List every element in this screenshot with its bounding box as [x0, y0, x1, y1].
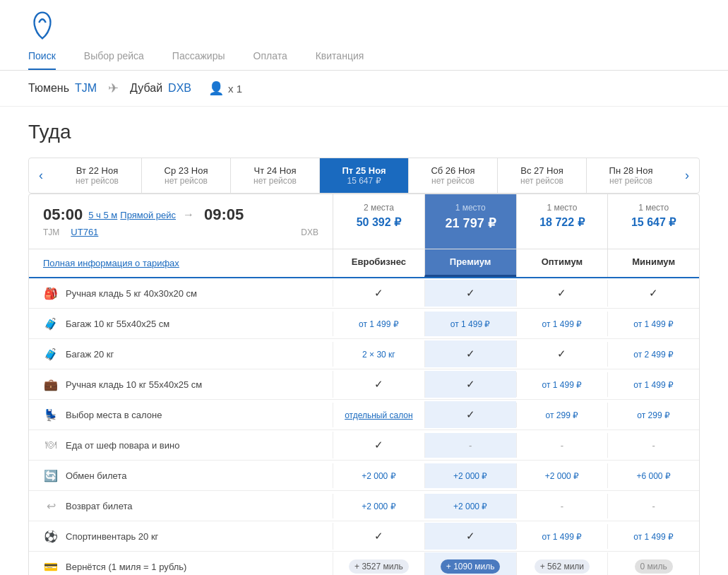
date-item-5[interactable]: Вс 27 Ноя нет рейсов [497, 158, 586, 193]
tariff-cell-r5-c1: - [424, 433, 516, 458]
logo [28, 11, 700, 42]
check-icon-r0-c2: ✓ [557, 287, 566, 299]
date-item-2[interactable]: Чт 24 Ноя нет рейсов [230, 158, 319, 193]
flight-info: 05:00 5 ч 5 м Прямой рейс → 09:05 TJM UT… [29, 194, 333, 249]
fare-col-1[interactable]: 1 место 21 797 ₽ [424, 194, 516, 249]
tab-flight-select[interactable]: Выбор рейса [84, 50, 144, 70]
seat-link-0[interactable]: отдельный салон [345, 410, 412, 420]
tab-search[interactable]: Поиск [28, 50, 56, 70]
price-r3-c3: от 1 499 ₽ [633, 380, 674, 390]
tariff-cell-r0-c0: ✓ [333, 280, 424, 307]
tariff-row-4: 💺Выбор места в салонеотдельный салон✓от … [29, 400, 699, 430]
miles-badge-0: + 3527 миль [349, 559, 409, 574]
tariff-row-text-7: Возврат билета [66, 501, 133, 511]
tab-payment[interactable]: Оплата [253, 50, 287, 70]
tariff-cell-r3-c0: ✓ [333, 371, 424, 398]
tab-receipt[interactable]: Квитанция [316, 50, 364, 70]
refund-icon: ↩ [43, 498, 59, 514]
date-item-3[interactable]: Пт 25 Ноя 15 647 ₽ [319, 158, 408, 193]
tariff-row-text-6: Обмен билета [66, 470, 126, 481]
flight-table: 05:00 5 ч 5 м Прямой рейс → 09:05 TJM UT… [28, 194, 700, 575]
fare-col-2[interactable]: 1 место 18 722 ₽ [516, 194, 608, 249]
price-r7-c0: +2 000 ₽ [362, 502, 395, 511]
tariff-cell-r8-c2: от 1 499 ₽ [516, 524, 608, 549]
tariff-row-label-2: 🧳Багаж 20 кг [29, 339, 333, 369]
tariff-row-label-4: 💺Выбор места в салоне [29, 400, 333, 429]
tariff-header-3[interactable]: Минимум [607, 249, 699, 277]
tariff-cell-r5-c3: - [607, 433, 699, 458]
tariff-cell-r6-c2: +2 000 ₽ [516, 463, 608, 488]
tariff-cell-r6-c3: +6 000 ₽ [607, 463, 699, 488]
tariff-cell-r5-c0: ✓ [333, 432, 424, 458]
dash-r7-c2: - [561, 501, 563, 511]
date-prev-button[interactable]: ‹ [29, 160, 53, 191]
price-r4-c3: от 299 ₽ [637, 410, 670, 420]
depart-code: TJM [43, 227, 59, 237]
dash-r5-c2: - [561, 440, 563, 451]
tariff-row-label-3: 💼Ручная кладь 10 кг 55x40x25 см [29, 369, 333, 399]
date-item-4[interactable]: Сб 26 Ноя нет рейсов [408, 158, 497, 193]
tariff-header-1[interactable]: Премиум [424, 249, 516, 277]
passenger-icon: 👤 [208, 81, 224, 96]
tariff-row-text-0: Ручная кладь 5 кг 40x30x20 см [66, 288, 197, 299]
tariff-rows: 🎒Ручная кладь 5 кг 40x30x20 см✓✓✓✓🧳Багаж… [29, 278, 699, 575]
fare-col-0[interactable]: 2 места 50 392 ₽ [333, 194, 424, 249]
tariff-cell-r6-c0: +2 000 ₽ [333, 463, 424, 488]
tariff-row-6: 🔄Обмен билета+2 000 ₽+2 000 ₽+2 000 ₽+6 … [29, 461, 699, 491]
price-r1-c3: от 1 499 ₽ [633, 319, 674, 329]
tariff-cell-r1-c0: от 1 499 ₽ [333, 312, 424, 336]
tariff-header-2[interactable]: Оптимум [516, 249, 608, 277]
sport-icon: ⚽ [43, 528, 59, 544]
price-r6-c1: +2 000 ₽ [453, 471, 487, 481]
flight-type-label: Прямой рейс [120, 210, 176, 220]
price-r2-c3: от 2 499 ₽ [633, 350, 674, 360]
check-icon-r3-c1: ✓ [466, 378, 475, 390]
bag-medium-icon: 🧳 [43, 316, 59, 331]
date-next-button[interactable]: › [675, 160, 699, 191]
tariff-header-0[interactable]: Евробизнес [333, 249, 424, 277]
price-r8-c3: от 1 499 ₽ [633, 532, 674, 542]
tariff-cell-r4-c0: отдельный салон [333, 403, 424, 427]
date-item-0[interactable]: Вт 22 Ноя нет рейсов [53, 158, 141, 193]
flight-type[interactable]: 5 ч 5 м [88, 210, 117, 220]
tab-passengers[interactable]: Пассажиры [172, 50, 225, 70]
tariff-cell-r2-c3: от 2 499 ₽ [607, 342, 699, 367]
bag-small-icon: 🎒 [43, 285, 59, 301]
from-city: Тюмень [28, 82, 69, 95]
route-arrow-icon: → [183, 208, 194, 221]
check-icon-r4-c1: ✓ [466, 408, 475, 420]
tariff-cell-r4-c2: от 299 ₽ [516, 403, 608, 427]
tariff-row-text-8: Спортинвентарь 20 кг [66, 531, 158, 542]
tariff-row-text-3: Ручная кладь 10 кг 55x40x25 см [66, 379, 202, 390]
miles-icon: 💳 [43, 559, 59, 574]
tariff-cell-r6-c1: +2 000 ₽ [424, 463, 516, 488]
tariff-row-label-7: ↩Возврат билета [29, 491, 333, 521]
date-item-1[interactable]: Ср 23 Ноя нет рейсов [141, 158, 230, 193]
check-icon-r0-c1: ✓ [466, 287, 475, 299]
price-r2-c0: 2 × 30 кг [362, 350, 395, 360]
tariff-info-link[interactable]: Полная информация о тарифах [43, 258, 179, 268]
flight-row: 05:00 5 ч 5 м Прямой рейс → 09:05 TJM UT… [29, 194, 699, 249]
flight-number[interactable]: UT761 [71, 227, 98, 237]
tariff-row-3: 💼Ручная кладь 10 кг 55x40x25 см✓✓от 1 49… [29, 369, 699, 400]
tariff-cell-r3-c2: от 1 499 ₽ [516, 372, 608, 397]
price-r4-c2: от 299 ₽ [546, 410, 579, 420]
tariff-row-label-6: 🔄Обмен билета [29, 461, 333, 490]
flight-direction-icon: ✈ [108, 81, 119, 96]
passenger-info: 👤 x 1 [208, 81, 242, 96]
seat-icon: 💺 [43, 407, 59, 422]
section-title: Туда [28, 121, 700, 143]
tariff-cell-r7-c2: - [516, 494, 608, 518]
tariff-info-col: Полная информация о тарифах [29, 249, 333, 277]
check-icon-r8-c1: ✓ [466, 530, 475, 542]
fare-col-3[interactable]: 1 место 15 647 ₽ [607, 194, 699, 249]
tariff-row-label-1: 🧳Багаж 10 кг 55x40x25 см [29, 309, 333, 338]
tariff-cell-r8-c3: от 1 499 ₽ [607, 524, 699, 549]
tariff-cell-r2-c1: ✓ [424, 340, 516, 367]
bag-hand-icon: 💼 [43, 377, 59, 392]
tariff-cell-r0-c3: ✓ [607, 280, 699, 307]
price-r3-c2: от 1 499 ₽ [542, 380, 583, 390]
date-item-6[interactable]: Пн 28 Ноя нет рейсов [586, 158, 675, 193]
depart-time: 05:00 [43, 206, 83, 224]
tariff-row-label-9: 💳Вернётся (1 миля = 1 рубль) [29, 552, 333, 575]
